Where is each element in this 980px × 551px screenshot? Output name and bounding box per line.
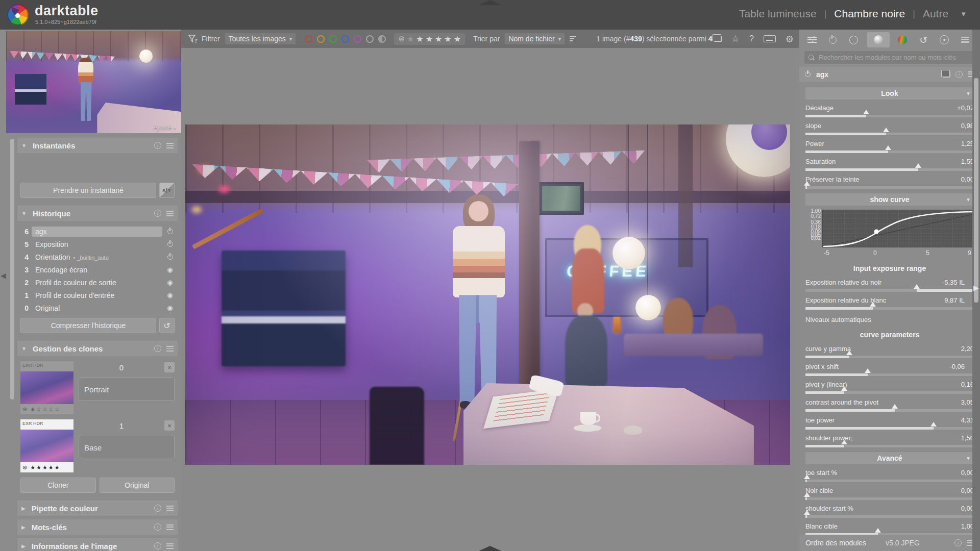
view-tab-other[interactable]: Autre [923,8,948,20]
info-icon[interactable]: i [154,542,161,549]
slider-black-relative-exposure[interactable]: Exposition relative du noir-5,35 IL [805,278,974,292]
view-tab-darkroom[interactable]: Chambre noire [834,8,905,20]
history-item[interactable]: 2 Profil de couleur de sortie ◉ [20,276,175,289]
duplicate-name-field[interactable]: Base [79,436,175,459]
navigation-thumbnail[interactable]: Ajusté ▾ [6,31,181,133]
history-item[interactable]: 1 Profil de couleur d'entrée ◉ [20,289,175,302]
reject-filter-icon[interactable]: ⊗ [398,34,405,43]
slider-handle[interactable] [914,284,920,289]
duplicate-entry[interactable]: EXR HDR ⊗★★★★★ 1 × Base [20,419,175,472]
slider-track[interactable] [805,168,974,171]
zoom-mode-dropdown[interactable]: Ajusté ▾ [153,123,176,131]
slider-track[interactable] [805,391,974,394]
slider-track[interactable] [805,497,974,500]
color-label-yellow[interactable] [317,35,325,43]
slider-handle[interactable] [892,404,898,409]
color-label-gray[interactable] [366,35,374,43]
slider-track[interactable] [805,307,974,310]
chevron-down-icon[interactable]: ▼ [960,10,967,18]
slider-toe-power[interactable]: toe power4,31 [805,416,974,430]
left-scrollbar-thumb[interactable] [10,139,14,399]
enabled-modules-power-icon[interactable] [825,32,841,47]
star-filter-icon[interactable]: ★ [444,34,451,44]
slider-slope[interactable]: slope0,98 [805,121,974,135]
presets-menu-icon[interactable] [166,524,174,530]
slider-track[interactable] [805,427,974,430]
shortcuts-keyboard-icon[interactable] [764,35,776,42]
slider-track[interactable] [805,515,974,518]
left-scrollbar[interactable] [10,139,14,546]
left-panel-collapse-arrow[interactable]: ◀ [1,271,6,280]
info-icon[interactable]: i [154,505,161,512]
history-item[interactable]: 4 Orientation • _builtin_auto [20,251,175,263]
slider-track[interactable] [805,133,974,135]
take-snapshot-button[interactable]: Prendre un instantané [20,183,156,198]
filter-scope-dropdown[interactable]: Toutes les images ▾ [225,33,296,44]
help-icon[interactable]: ? [749,34,754,43]
color-group-icon[interactable] [895,32,910,47]
collapsed-section-header[interactable]: ▶ Informations de l'image i [17,538,178,551]
slider-target-white[interactable]: Blanc cible1,00 [805,522,974,536]
info-icon[interactable]: i [954,539,962,546]
presets-menu-icon[interactable] [166,543,174,549]
group-menu-icon[interactable] [958,32,973,47]
second-window-icon[interactable] [714,36,722,42]
history-item[interactable]: 5 Exposition [20,238,175,251]
slider-track[interactable] [805,186,974,189]
info-icon[interactable]: i [154,523,161,531]
slider-pivot-x-shift[interactable]: pivot x shift-0,06 [805,362,974,376]
search-input[interactable] [818,53,971,62]
slider-track[interactable] [805,356,974,358]
sort-direction-icon[interactable] [570,36,576,41]
module-order-row[interactable]: Ordre des modules v5.0 JPEG i [799,535,980,551]
look-section-header[interactable]: Look ▼ [805,87,974,99]
base-group-icon[interactable] [846,32,862,47]
slider-toe-start[interactable]: toe start %0,00 [805,468,974,482]
slider-power[interactable]: Power1,25 [805,139,974,153]
presets-menu-icon[interactable] [166,346,174,352]
star-filter-icon[interactable]: ★ [416,34,423,44]
color-label-any[interactable] [378,35,386,43]
slider-handle[interactable] [930,422,937,427]
slider-shoulder-start[interactable]: shoulder start %0,00 [805,504,974,518]
slider-white-relative-exposure[interactable]: Exposition relative du blanc9,87 IL [805,296,974,310]
info-icon[interactable]: i [154,210,161,217]
right-scrollbar[interactable]: ▶ [972,30,980,551]
collapsed-section-header[interactable]: ▶ Pipette de couleur i [17,500,178,516]
focus-peaking-star-icon[interactable]: ☆ [731,33,740,44]
presets-menu-icon[interactable] [166,143,174,148]
right-panel-collapse-arrow[interactable]: ▶ [973,284,979,292]
slider-handle[interactable] [870,302,876,307]
slider-track[interactable] [805,151,974,153]
slider-handle[interactable] [804,474,810,479]
duplicate-entry[interactable]: EXR HDR ⊗★☆☆☆☆ 0 × Portrait [20,361,175,414]
slider-track[interactable] [805,409,974,412]
reset-parameters-icon[interactable]: i [955,71,963,78]
sort-field-dropdown[interactable]: Nom de fichier ▾ [505,33,565,44]
star-filter-icon[interactable]: ★ [426,34,433,44]
slider-shoulder-power[interactable]: shoulder power;1,50 [805,434,974,447]
history-item[interactable]: 0 Original ◉ [20,302,175,314]
duplicate-thumbnail[interactable]: EXR HDR ⊗★★★★★ [20,419,74,472]
slider-handle[interactable] [875,528,881,533]
info-icon[interactable]: i [154,345,161,352]
duplicate-thumbnail[interactable]: EXR HDR ⊗★☆☆☆☆ [20,361,74,414]
duplicate-rating[interactable]: ⊗★☆☆☆☆ [20,404,74,414]
compress-history-button[interactable]: Compresser l'historique [20,318,156,333]
star-filter-icon[interactable]: ★ [454,34,461,44]
slider-handle[interactable] [865,368,871,373]
color-label-green[interactable] [329,35,337,43]
compress-history-icon[interactable]: ↺ [159,318,175,333]
effects-group-icon[interactable]: ★ [937,32,952,47]
slider-pivot-y-linear[interactable]: pivot y (linear)0,16 [805,380,974,394]
history-header[interactable]: ▼ Historique i [17,206,178,221]
advanced-section-header[interactable]: Avancé ▼ [805,452,974,464]
curve-plot-area[interactable] [822,210,974,247]
slider-curve-gamma[interactable]: curve y gamma2,20 [805,344,974,358]
slider-target-black[interactable]: Noir cible0,00 [805,486,974,500]
slider-handle[interactable] [804,492,810,497]
agx-module-header[interactable]: agx i [799,67,980,82]
slider-handle[interactable] [885,145,891,150]
correction-group-icon[interactable]: ↺ [916,32,931,47]
slider-handle[interactable] [883,128,889,132]
